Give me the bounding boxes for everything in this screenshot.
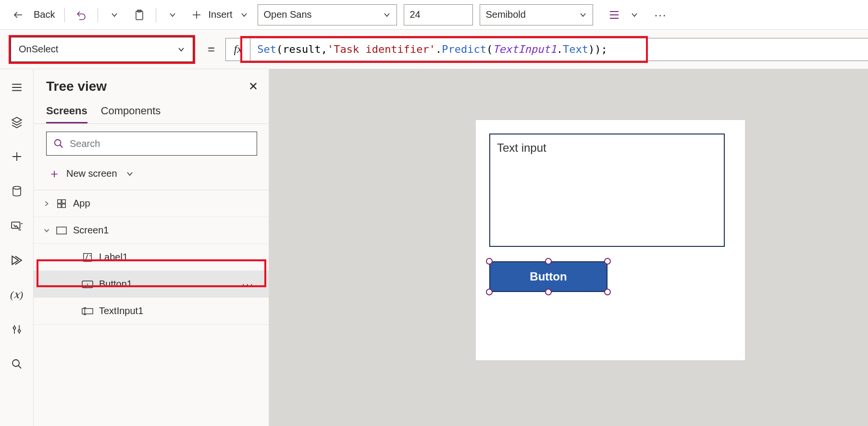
button-control[interactable]: Button (489, 261, 608, 292)
tk-set: Set (257, 43, 276, 55)
svg-point-7 (55, 140, 61, 146)
tk-result: result (283, 43, 321, 55)
tk-lp2: ( (486, 43, 493, 55)
tools-icon[interactable] (9, 322, 25, 337)
tab-screens[interactable]: Screens (46, 105, 87, 123)
fx-button[interactable]: fx (225, 38, 250, 61)
tk-obj: TextInput1 (493, 43, 556, 55)
canvas[interactable]: Text input Button (269, 69, 868, 426)
back-label: Back (34, 9, 55, 20)
chevron-down-icon (43, 227, 50, 234)
svg-rect-9 (62, 199, 65, 203)
new-screen-label: New screen (66, 168, 117, 179)
button-label: Button (530, 270, 567, 283)
undo-chevron-icon[interactable] (108, 8, 121, 22)
insert-chevron-icon (237, 8, 251, 22)
insert-button[interactable]: Insert (190, 8, 250, 22)
back-arrow-icon (12, 8, 25, 22)
insert-rail-icon[interactable] (9, 149, 25, 164)
svg-rect-15 (82, 308, 93, 314)
chevron-down-icon (579, 11, 587, 19)
equals-sign: = (208, 42, 215, 57)
selection-handle[interactable] (545, 258, 552, 265)
selection-handle[interactable] (486, 258, 493, 265)
top-toolbar: Back Insert Open Sans (0, 0, 868, 30)
svg-point-2 (13, 186, 21, 189)
divider (98, 8, 98, 22)
tk-lp1: ( (276, 43, 283, 55)
tab-components[interactable]: Components (101, 105, 161, 123)
textinput-value: Text input (497, 141, 546, 154)
selection-handle[interactable] (545, 289, 552, 295)
tree-item-label: Screen1 (73, 225, 109, 236)
button-control-selected[interactable]: Button (489, 261, 608, 292)
paste-chevron-icon[interactable] (166, 8, 179, 22)
tree-item-label: TextInput1 (99, 305, 143, 316)
close-icon[interactable]: ✕ (248, 80, 258, 93)
hamburger-icon[interactable] (9, 80, 25, 95)
media-icon[interactable] (9, 218, 25, 233)
tree-item-textinput1[interactable]: TextInput1 (34, 298, 269, 325)
tree-item-label1[interactable]: Label1 (34, 244, 269, 271)
svg-point-6 (12, 360, 19, 366)
chevron-right-icon (43, 200, 50, 207)
divider (156, 8, 156, 22)
selection-handle[interactable] (486, 289, 493, 295)
tree-view-icon[interactable] (9, 114, 25, 130)
tree-title: Tree view (46, 79, 107, 94)
screen-icon (56, 225, 67, 236)
left-rail: (𝑥) (0, 69, 34, 426)
search-input[interactable] (70, 138, 250, 149)
chevron-down-icon (383, 11, 391, 19)
tk-predict: Predict (442, 43, 486, 55)
insert-label: Insert (208, 9, 232, 20)
tk-comma: , (321, 43, 327, 55)
svg-rect-3 (12, 222, 20, 228)
font-family-value: Open Sans (264, 9, 312, 20)
search-box[interactable] (46, 132, 257, 156)
data-icon[interactable] (9, 183, 25, 199)
tree-item-button1[interactable]: Button1 ··· (34, 271, 269, 298)
variables-icon[interactable]: (𝑥) (9, 287, 25, 303)
tree-view-panel: Tree view ✕ Screens Components ＋ New scr… (34, 69, 269, 426)
undo-icon[interactable] (74, 8, 88, 22)
chevron-down-icon (177, 46, 185, 53)
property-dropdown[interactable]: OnSelect (11, 37, 193, 62)
button-icon (82, 279, 93, 290)
tree-item-app[interactable]: App (34, 190, 269, 217)
search-icon (53, 138, 64, 149)
font-size-input[interactable]: 24 (404, 4, 473, 25)
label-icon (82, 252, 93, 263)
plus-icon: ＋ (48, 165, 61, 182)
tk-str: 'Task identifier' (327, 43, 435, 55)
chevron-down-icon (126, 170, 134, 178)
formula-input[interactable]: Set(result, 'Task identifier'.Predict(Te… (250, 38, 868, 61)
align-icon[interactable] (608, 8, 621, 22)
tree-item-label: Button1 (99, 279, 132, 290)
more-icon[interactable]: ··· (655, 8, 667, 22)
selection-handle[interactable] (604, 258, 611, 265)
textinput-control[interactable]: Text input (489, 134, 725, 247)
more-icon[interactable]: ··· (242, 279, 254, 290)
font-weight-select[interactable]: Semibold (480, 4, 593, 25)
power-automate-icon[interactable] (9, 253, 25, 268)
tree-item-screen1[interactable]: Screen1 (34, 217, 269, 244)
selection-handle[interactable] (604, 289, 611, 295)
svg-rect-10 (58, 204, 61, 207)
tk-dot1: . (435, 43, 442, 55)
plus-icon (190, 8, 203, 22)
search-rail-icon[interactable] (9, 356, 25, 372)
tk-rp: )); (588, 43, 608, 55)
tree-item-label: Label1 (99, 252, 128, 263)
tk-dot2: . (557, 43, 563, 55)
paste-icon[interactable] (133, 8, 146, 22)
align-chevron-icon[interactable] (628, 8, 641, 22)
svg-rect-11 (62, 204, 65, 207)
font-family-select[interactable]: Open Sans (258, 4, 397, 25)
property-value: OnSelect (19, 44, 58, 55)
new-screen-button[interactable]: ＋ New screen (34, 160, 269, 190)
screen-preview: Text input Button (476, 120, 745, 360)
back-group[interactable]: Back (12, 8, 55, 22)
font-size-value: 24 (410, 9, 421, 20)
app-icon (56, 198, 67, 209)
